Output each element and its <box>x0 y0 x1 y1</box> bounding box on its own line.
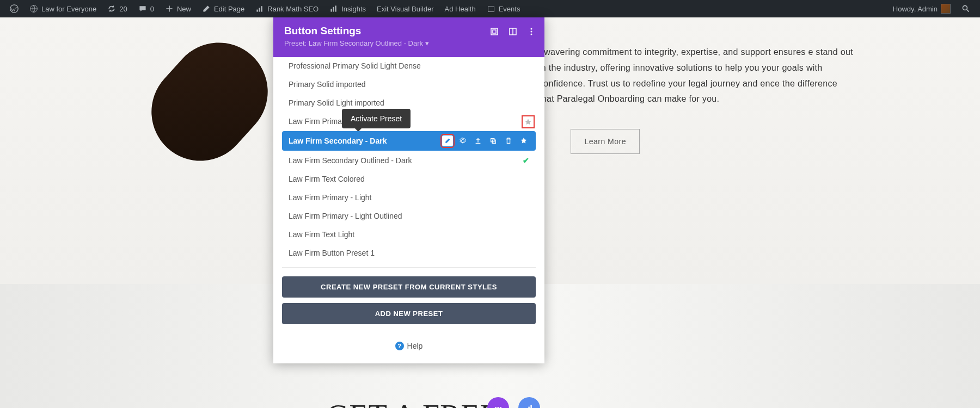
wordpress-icon <box>10 4 19 13</box>
search-toggle[interactable] <box>956 0 976 17</box>
refresh-icon <box>107 4 116 13</box>
svg-point-20 <box>531 31 532 33</box>
button-settings-modal: Button Settings Preset: Law Firm Seconda… <box>273 17 544 363</box>
howdy-link[interactable]: Howdy, Admin <box>887 0 956 17</box>
exit-vb-link[interactable]: Exit Visual Builder <box>371 0 439 17</box>
bar-chart-icon <box>329 4 338 13</box>
ad-health-link[interactable]: Ad Health <box>439 0 481 17</box>
modal-header-actions <box>490 27 536 36</box>
site-name-text: Law for Everyone <box>41 5 96 13</box>
default-star-highlight[interactable] <box>522 115 535 128</box>
svg-rect-6 <box>333 7 334 12</box>
comments-count: 0 <box>150 5 154 13</box>
comment-icon <box>138 4 147 13</box>
site-name-link[interactable]: Law for Everyone <box>24 0 102 17</box>
learn-more-button[interactable]: Learn More <box>571 129 640 154</box>
avatar <box>941 4 951 14</box>
new-text: New <box>177 5 191 13</box>
preset-item[interactable]: Primary Solid imported <box>282 76 536 93</box>
rank-math-link[interactable]: Rank Math SEO <box>250 0 324 17</box>
new-link[interactable]: New <box>160 0 197 17</box>
edit-page-link[interactable]: Edit Page <box>197 0 250 17</box>
preset-item[interactable]: Law Firm Primary - Light <box>282 189 536 206</box>
activate-preset-tooltip: Activate Preset <box>342 109 411 128</box>
duplicate-icon[interactable] <box>488 135 499 146</box>
howdy-text: Howdy, Admin <box>893 5 938 13</box>
updates-count: 20 <box>119 5 127 13</box>
help-icon: ? <box>395 342 404 350</box>
updates-link[interactable]: 20 <box>102 0 132 17</box>
add-preset-button[interactable]: ADD NEW PRESET <box>282 303 536 324</box>
gear-icon[interactable] <box>457 135 468 146</box>
upload-icon[interactable] <box>473 135 483 146</box>
comments-link[interactable]: 0 <box>133 0 160 17</box>
activate-preset-icon[interactable] <box>442 135 453 146</box>
snap-icon[interactable] <box>509 27 517 36</box>
create-preset-button[interactable]: CREATE NEW PRESET FROM CURRENT STYLES <box>282 276 536 298</box>
wp-admin-bar: Law for Everyone 20 0 New Edit Page Rank… <box>0 0 980 17</box>
insights-link[interactable]: Insights <box>324 0 371 17</box>
divider <box>282 267 536 268</box>
expand-icon[interactable] <box>490 27 499 36</box>
events-link[interactable]: Events <box>481 0 526 17</box>
admin-bar-left: Law for Everyone 20 0 New Edit Page Rank… <box>4 0 525 17</box>
admin-bar-right: Howdy, Admin <box>887 0 976 17</box>
trash-icon[interactable] <box>503 135 514 146</box>
wp-logo[interactable] <box>4 0 24 17</box>
preset-item-current[interactable]: Law Firm Secondary Outlined - Dark <box>282 152 536 169</box>
home-icon <box>29 4 38 13</box>
more-icon[interactable] <box>527 27 536 36</box>
svg-point-9 <box>963 5 967 10</box>
preset-item[interactable]: Law Firm Primary - Light Outlined <box>282 207 536 225</box>
ad-health-text: Ad Health <box>445 5 476 13</box>
edit-page-text: Edit Page <box>214 5 244 13</box>
svg-point-21 <box>531 34 532 35</box>
plus-icon <box>165 4 174 13</box>
svg-rect-8 <box>488 7 494 12</box>
svg-rect-5 <box>331 9 332 12</box>
hero-paragraph: awavering commitment to integrity, exper… <box>539 45 855 107</box>
svg-rect-16 <box>491 28 498 35</box>
star-icon[interactable] <box>518 135 529 146</box>
help-text: Help <box>407 342 423 350</box>
svg-rect-17 <box>493 30 496 33</box>
preset-item[interactable]: Law Firm Button Preset 1 <box>282 244 536 262</box>
svg-rect-7 <box>335 5 336 11</box>
calendar-icon <box>487 4 495 13</box>
svg-rect-3 <box>259 8 260 11</box>
preset-item[interactable]: Law Firm Text Colored <box>282 170 536 188</box>
events-text: Events <box>499 5 520 13</box>
svg-rect-2 <box>257 10 258 12</box>
svg-rect-15 <box>530 405 531 408</box>
svg-point-19 <box>531 28 532 30</box>
insights-text: Insights <box>341 5 366 13</box>
help-link[interactable]: ? Help <box>273 342 544 363</box>
svg-rect-4 <box>261 6 262 11</box>
rank-math-text: Rank Math SEO <box>267 5 318 13</box>
exit-vb-text: Exit Visual Builder <box>377 5 434 13</box>
preset-item-active[interactable]: Law Firm Secondary - Dark <box>282 131 536 151</box>
chart-icon <box>255 4 264 13</box>
search-icon <box>961 4 970 13</box>
preset-item-actions <box>442 135 529 146</box>
preset-label: Law Firm Secondary - Dark <box>289 137 387 145</box>
get-free-heading: GET A FREE <box>327 398 499 408</box>
preset-button-group: CREATE NEW PRESET FROM CURRENT STYLES AD… <box>273 276 544 342</box>
preset-list: Professional Primary Solid Light Dense P… <box>273 57 544 268</box>
preset-dropdown-toggle[interactable]: Preset: Law Firm Secondary Outlined - Da… <box>284 39 534 47</box>
preset-item[interactable]: Professional Primary Solid Light Dense <box>282 59 536 75</box>
preset-item[interactable]: Law Firm Text Light <box>282 226 536 243</box>
modal-header: Button Settings Preset: Law Firm Seconda… <box>273 17 544 57</box>
pencil-icon <box>202 4 211 13</box>
